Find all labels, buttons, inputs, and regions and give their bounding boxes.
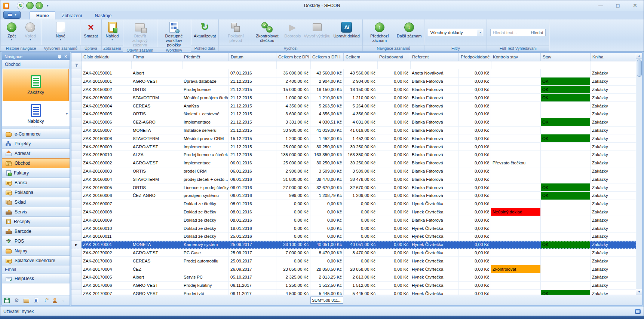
- grid-cell[interactable]: Implementace: [182, 143, 229, 151]
- table-row[interactable]: ZAK-20170005AlbertServis PC05.10.20172 3…: [71, 273, 636, 282]
- grid-cell[interactable]: 0,00 Kč: [377, 102, 410, 110]
- grid-cell[interactable]: 0,00 Kč: [377, 192, 410, 200]
- grid-cell[interactable]: [491, 216, 541, 224]
- grid-cell[interactable]: 3 509,00 Kč: [310, 167, 344, 176]
- grid-cell[interactable]: CEREAS: [131, 257, 182, 265]
- grid-cell[interactable]: 0,00 Kč: [377, 241, 410, 249]
- grid-cell[interactable]: Albert: [131, 69, 182, 78]
- grid-cell[interactable]: OK: [541, 94, 591, 102]
- sidebar-item-projekty[interactable]: Projekty: [2, 139, 70, 149]
- grid-cell[interactable]: 0,00 Kč: [459, 143, 491, 151]
- grid-cell[interactable]: [491, 151, 541, 159]
- column-header-p-edm-t[interactable]: Předmět: [182, 53, 229, 61]
- grid-cell[interactable]: 41 019,00 Kč: [310, 127, 344, 135]
- grid-cell[interactable]: ZAK-20150003: [82, 94, 131, 102]
- grid-cell[interactable]: Blanka Fátorová: [410, 102, 459, 110]
- grid-cell[interactable]: 32 670,00 Kč: [344, 183, 377, 192]
- grid-cell[interactable]: Doklad ze čtečky: [182, 216, 229, 224]
- filter-cell[interactable]: [183, 61, 229, 69]
- grid-cell[interactable]: 0,00 Kč: [377, 175, 410, 183]
- grid-cell[interactable]: [541, 175, 591, 183]
- filter-cell[interactable]: [541, 61, 591, 69]
- grid-cell[interactable]: 06.01.2016: [229, 159, 276, 167]
- grid-cell[interactable]: Aneta Nováková: [410, 69, 459, 78]
- next-record-button[interactable]: Další záznam: [395, 20, 423, 45]
- grid-cell[interactable]: Implementace: [182, 118, 229, 127]
- grid-cell[interactable]: 8 470,00 Kč: [344, 249, 377, 257]
- grid-cell[interactable]: [541, 167, 591, 176]
- grid-cell[interactable]: [541, 257, 591, 265]
- grid-cell[interactable]: ZAK-20160002: [82, 159, 131, 167]
- grid-cell[interactable]: OK: [541, 290, 591, 295]
- grid-cell[interactable]: 0,00 Kč: [377, 134, 410, 143]
- grid-cell[interactable]: [541, 216, 591, 224]
- sidebar-item-e-commerce[interactable]: e-Commerce: [2, 129, 70, 139]
- grid-cell[interactable]: Zakázky: [591, 127, 636, 135]
- grid-cell[interactable]: 18.01.2016: [229, 224, 276, 233]
- grid-cell[interactable]: 0,00 Kč: [459, 273, 491, 282]
- column-header-celkem-bez-dph[interactable]: Celkem bez DPH: [276, 53, 310, 61]
- document-icon[interactable]: [34, 298, 38, 303]
- grid-cell[interactable]: 0,00 Kč: [459, 290, 491, 295]
- grid-cell[interactable]: 38 478,00 Kč: [344, 175, 377, 183]
- table-row[interactable]: ZAK-20150006ČEZ-AGROImplementace21.12.20…: [71, 118, 636, 127]
- grid-cell[interactable]: [491, 192, 541, 200]
- tab-zobrazeni[interactable]: Zobrazení: [55, 12, 88, 19]
- grid-cell[interactable]: 0,00 Kč: [377, 233, 410, 241]
- grid-cell[interactable]: ORTIS: [131, 183, 182, 192]
- table-row[interactable]: ZAK-20150004CEREASAnalýza21.12.20154 350…: [71, 102, 636, 110]
- grid-cell[interactable]: 41 019,00 Kč: [344, 127, 377, 135]
- filter-cell[interactable]: [591, 61, 636, 69]
- grid-cell[interactable]: Analýza: [182, 102, 229, 110]
- grid-cell[interactable]: 2 813,00 Kč: [344, 273, 377, 282]
- grid-cell[interactable]: Licence + prodej čtečky: [182, 183, 229, 192]
- grid-cell[interactable]: Albert: [131, 273, 182, 282]
- filter-cell[interactable]: [378, 61, 411, 69]
- grid-cell[interactable]: 06.01.2016: [229, 175, 276, 183]
- sidebar-item-pos[interactable]: POS: [2, 236, 70, 246]
- back-button[interactable]: Zpět: [2, 20, 21, 45]
- grid-cell[interactable]: 25 000,00 Kč: [276, 159, 310, 167]
- close-button[interactable]: [626, 0, 644, 11]
- grid-cell[interactable]: 0,00 Kč: [459, 167, 491, 176]
- grid-cell[interactable]: 3 600,00 Kč: [276, 110, 310, 118]
- column-header-p-edpokl-dan[interactable]: Předpokládané: [459, 53, 491, 61]
- grid-cell[interactable]: Prodej automobilu: [182, 257, 229, 265]
- grid-cell[interactable]: 2 325,00 Kč: [276, 273, 310, 282]
- grid-cell[interactable]: 1 250,00 Kč: [276, 282, 310, 290]
- grid-cell[interactable]: [491, 257, 541, 265]
- grid-cell[interactable]: Blanka Fátorová: [410, 167, 459, 176]
- grid-cell[interactable]: 1 209,00 Kč: [344, 192, 377, 200]
- grid-cell[interactable]: Hynek Čtvrtečka: [410, 224, 459, 233]
- maximize-button[interactable]: [609, 0, 626, 11]
- grid-cell[interactable]: 0,00 Kč: [377, 69, 410, 78]
- grid-cell[interactable]: 25.09.2017: [229, 257, 276, 265]
- application-menu-button[interactable]: [3, 11, 21, 19]
- grid-cell[interactable]: 28 858,50 Kč: [310, 265, 344, 273]
- grid-cell[interactable]: 163 350,00 Kč: [310, 151, 344, 159]
- grid-cell[interactable]: 0,00 Kč: [459, 192, 491, 200]
- grid-cell[interactable]: 06.01.2016: [229, 167, 276, 176]
- grid-cell[interactable]: Hynek Čtvrtečka: [410, 273, 459, 282]
- grid-cell[interactable]: 0,00 Kč: [377, 249, 410, 257]
- new-button[interactable]: Nové: [51, 20, 70, 45]
- grid-cell[interactable]: ZAK-20150001: [82, 69, 131, 78]
- grid-cell[interactable]: [491, 200, 541, 208]
- grid-cell[interactable]: [491, 94, 541, 102]
- grid-cell[interactable]: 21.12.2015: [229, 110, 276, 118]
- grid-cell[interactable]: 999,00 Kč: [276, 192, 310, 200]
- grid-cell[interactable]: 38 478,00 Kč: [310, 175, 344, 183]
- sidebar-item-adres[interactable]: Adresář: [2, 149, 70, 158]
- grid-cell[interactable]: Blanka Fátorová: [410, 216, 459, 224]
- grid-cell[interactable]: ZAK-20160007: [82, 200, 131, 208]
- filter-cell[interactable]: [82, 61, 132, 69]
- grid-cell[interactable]: Zakázky: [591, 241, 636, 249]
- chevron-down-icon[interactable]: [66, 112, 68, 116]
- grid-cell[interactable]: AGRO-VEST: [131, 249, 182, 257]
- grid-cell[interactable]: 0,00 Kč: [377, 151, 410, 159]
- grid-cell[interactable]: 0,00 Kč: [377, 200, 410, 208]
- grid-cell[interactable]: 0,00 Kč: [344, 208, 377, 216]
- scroll-up-icon[interactable]: [636, 53, 642, 59]
- grid-cell[interactable]: OK: [541, 192, 591, 200]
- grid-cell[interactable]: Hynek Čtvrtečka: [410, 257, 459, 265]
